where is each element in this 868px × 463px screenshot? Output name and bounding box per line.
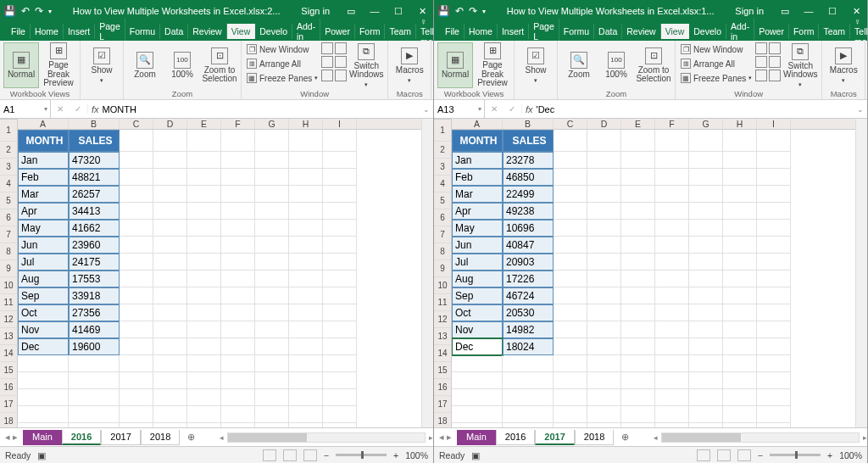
row-header[interactable]: 2 (434, 142, 451, 159)
cell[interactable] (120, 220, 153, 237)
cell[interactable] (323, 287, 357, 304)
cell[interactable] (503, 372, 554, 389)
cell[interactable] (757, 372, 791, 389)
menu-team[interactable]: Team (385, 24, 416, 39)
cell[interactable] (452, 355, 503, 372)
formula-input[interactable]: 'Dec (533, 104, 854, 114)
cell[interactable] (554, 304, 587, 321)
cell[interactable] (655, 372, 689, 389)
cell[interactable]: Jan (452, 152, 503, 169)
cell[interactable] (69, 372, 120, 389)
cell[interactable] (18, 406, 69, 423)
cell[interactable] (621, 423, 655, 427)
cell[interactable] (153, 287, 187, 304)
cell[interactable] (153, 220, 187, 237)
cell[interactable] (621, 271, 655, 287)
cell[interactable]: SALES (503, 130, 554, 152)
cell[interactable] (554, 220, 587, 237)
row-header[interactable]: 18 (434, 413, 451, 427)
col-header-B[interactable]: B (69, 119, 120, 129)
cell[interactable] (689, 271, 723, 287)
window-options-grid[interactable] (755, 42, 781, 81)
cell[interactable] (153, 203, 187, 220)
cell[interactable] (757, 203, 791, 220)
cell[interactable] (757, 237, 791, 254)
cell[interactable] (689, 355, 723, 372)
cell[interactable] (153, 237, 187, 254)
menu-view[interactable]: View (227, 24, 256, 39)
cell[interactable] (655, 355, 689, 372)
macros-button[interactable]: ▶Macros▾ (392, 42, 427, 88)
cell[interactable] (587, 271, 621, 287)
cell[interactable] (554, 372, 587, 389)
column-headers[interactable]: ABCDEFGHI (452, 119, 855, 130)
cell[interactable] (323, 130, 357, 152)
cell[interactable] (554, 203, 587, 220)
menu-home[interactable]: Home (465, 24, 498, 39)
cell[interactable]: Jul (452, 254, 503, 271)
cell[interactable] (120, 287, 153, 304)
cell[interactable] (554, 186, 587, 203)
freeze-panes-button[interactable]: ▦Freeze Panes▾ (679, 71, 754, 85)
window-options-grid[interactable] (321, 42, 347, 81)
cell[interactable]: 23278 (503, 152, 554, 169)
pagelayout-view-icon[interactable] (283, 449, 297, 461)
cell[interactable] (221, 186, 255, 203)
name-box[interactable]: A1 (0, 100, 51, 118)
cell[interactable]: Nov (452, 321, 503, 338)
cell[interactable]: Aug (452, 271, 503, 287)
qat-dropdown-icon[interactable]: ▾ (48, 8, 52, 15)
row-header[interactable]: 14 (0, 345, 17, 362)
cell[interactable] (621, 406, 655, 423)
cell[interactable] (689, 152, 723, 169)
row-header[interactable]: 5 (434, 192, 451, 209)
cell[interactable] (221, 271, 255, 287)
cell[interactable] (757, 130, 791, 152)
cell[interactable] (255, 355, 289, 372)
cell[interactable] (655, 406, 689, 423)
cell[interactable] (255, 130, 289, 152)
cell[interactable] (655, 203, 689, 220)
cell[interactable]: 48821 (69, 169, 120, 186)
cell[interactable] (221, 389, 255, 406)
zoom-selection-button[interactable]: ⊡Zoom to Selection (636, 42, 671, 88)
qat-dropdown-icon[interactable]: ▾ (482, 8, 486, 15)
cell[interactable] (587, 304, 621, 321)
cell[interactable] (153, 152, 187, 169)
expand-formula-icon[interactable]: ⌄ (854, 105, 867, 114)
cell[interactable] (621, 203, 655, 220)
cell[interactable] (289, 220, 323, 237)
cell[interactable] (689, 406, 723, 423)
cell[interactable] (655, 169, 689, 186)
cell[interactable]: Apr (18, 203, 69, 220)
cell[interactable] (289, 355, 323, 372)
cell[interactable] (187, 186, 221, 203)
cell[interactable] (723, 254, 757, 271)
cell[interactable] (153, 389, 187, 406)
cell[interactable] (587, 169, 621, 186)
cell[interactable]: 24175 (69, 254, 120, 271)
row-header[interactable]: 11 (434, 294, 451, 311)
cell[interactable] (621, 220, 655, 237)
cell[interactable] (655, 321, 689, 338)
cell[interactable] (289, 372, 323, 389)
cell[interactable] (221, 321, 255, 338)
pagebreak-view-icon[interactable] (303, 449, 317, 461)
menu-file[interactable]: File (7, 24, 31, 39)
row-header[interactable]: 7 (434, 226, 451, 243)
cell[interactable] (69, 389, 120, 406)
cell[interactable] (655, 254, 689, 271)
cell[interactable] (221, 423, 255, 427)
cell[interactable] (723, 237, 757, 254)
cell[interactable] (153, 304, 187, 321)
cell[interactable] (689, 304, 723, 321)
cell[interactable] (289, 271, 323, 287)
cell[interactable] (187, 372, 221, 389)
maximize-icon[interactable]: ☐ (391, 6, 406, 17)
cell[interactable] (255, 169, 289, 186)
menu-review[interactable]: Review (622, 24, 660, 39)
cell[interactable] (120, 406, 153, 423)
new-window-button[interactable]: ❐New Window (245, 42, 320, 56)
cell[interactable] (69, 423, 120, 427)
cell[interactable] (554, 321, 587, 338)
